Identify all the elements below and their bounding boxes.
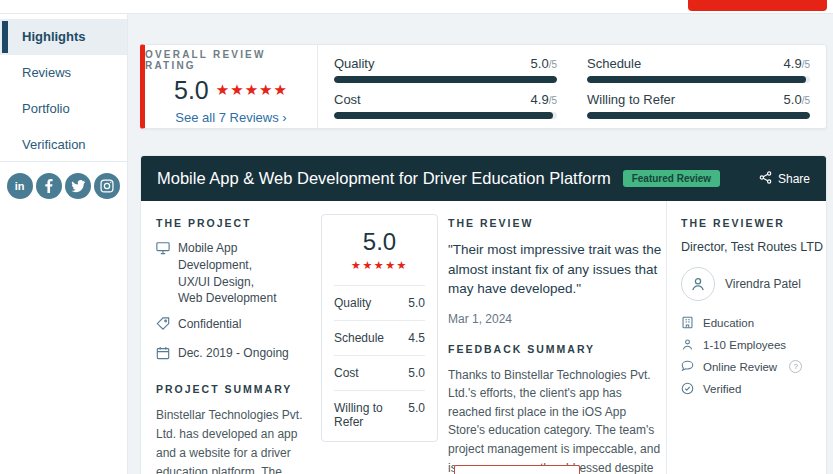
twitter-icon[interactable]: [65, 173, 91, 199]
instagram-icon[interactable]: [94, 173, 120, 199]
metric-bar: [334, 76, 557, 83]
metric-value: 5.0: [531, 56, 549, 71]
featured-review-badge: Featured Review: [623, 170, 720, 187]
rating-row-label: Quality: [334, 296, 371, 310]
rating-row-schedule: Schedule4.5: [334, 320, 425, 355]
project-services-text: Mobile App Development, UX/UI Design, We…: [178, 240, 311, 307]
reviewer-column: THE REVIEWER Director, Test Routes LTD V…: [681, 217, 829, 404]
sidebar-item-label: Reviews: [22, 65, 71, 80]
reviewer-heading: THE REVIEWER: [681, 217, 829, 229]
overall-score: 5.0: [174, 76, 209, 105]
metric-max: /5: [802, 95, 810, 106]
metric-bar: [334, 112, 557, 119]
rating-row-quality: Quality5.0: [334, 285, 425, 320]
reviewer-person: Virendra Patel: [681, 267, 829, 301]
project-heading: THE PROJECT: [156, 217, 311, 229]
top-bar: [0, 0, 833, 14]
sidebar-item-portfolio[interactable]: Portfolio: [0, 91, 127, 127]
project-timeline: Dec. 2019 - Ongoing: [156, 345, 311, 365]
see-all-reviews-link[interactable]: See all 7 Reviews ›: [175, 110, 286, 125]
social-links: in: [0, 161, 127, 210]
star-rating-icons: ★★★★★: [334, 259, 425, 272]
metric-label: Quality: [334, 56, 374, 71]
top-cta-button[interactable]: [688, 0, 827, 11]
employees-icon: [681, 338, 694, 351]
review-rating-box: 5.0 ★★★★★ Quality5.0 Schedule4.5 Cost5.0…: [321, 214, 438, 442]
rating-row-value: 5.0: [408, 296, 425, 310]
metric-value: 5.0: [784, 92, 802, 107]
metric-bar: [587, 112, 810, 119]
review-title: Mobile App & Web Development for Driver …: [157, 169, 611, 188]
services-icon: [156, 241, 170, 307]
read-full-review-button[interactable]: [454, 465, 580, 474]
sidebar-item-reviews[interactable]: Reviews: [0, 55, 127, 91]
star-rating-icons: ★★★★★: [216, 81, 288, 99]
reviewer-review-type-label: Online Review: [703, 361, 777, 373]
overall-rating-summary: OVERALL REVIEW RATING 5.0 ★★★★★ See all …: [145, 45, 317, 128]
metric-max: /5: [549, 59, 557, 70]
sidebar: Highlights Reviews Portfolio Verificatio…: [0, 14, 128, 474]
project-summary-heading: PROJECT SUMMARY: [156, 383, 311, 395]
share-icon: [759, 171, 772, 187]
metric-value: 4.9: [531, 92, 549, 107]
linkedin-icon[interactable]: in: [7, 173, 33, 199]
sidebar-item-highlights[interactable]: Highlights: [0, 19, 127, 55]
reviewer-verified-label: Verified: [703, 383, 741, 395]
divider: [666, 201, 667, 474]
rating-row-label: Schedule: [334, 331, 384, 345]
calendar-icon: [156, 346, 170, 365]
reviewer-verified: Verified: [681, 382, 829, 395]
help-icon[interactable]: ?: [789, 360, 802, 373]
rating-metrics: Quality5.0/5 Schedule4.9/5 Cost4.9/5 Wil…: [318, 45, 826, 128]
metric-label: Willing to Refer: [587, 92, 675, 107]
overall-rating-card: OVERALL REVIEW RATING 5.0 ★★★★★ See all …: [140, 44, 827, 129]
project-budget-text: Confidential: [178, 316, 241, 336]
budget-tag-icon: [156, 317, 170, 336]
share-button[interactable]: Share: [759, 171, 810, 187]
featured-review-card: Mobile App & Web Development for Driver …: [140, 155, 827, 474]
overall-rating-heading: OVERALL REVIEW RATING: [145, 49, 317, 71]
metric-cost: Cost4.9/5: [334, 92, 557, 119]
avatar: [681, 267, 715, 301]
sidebar-item-label: Verification: [22, 137, 86, 152]
sidebar-item-label: Portfolio: [22, 101, 70, 116]
metric-max: /5: [802, 59, 810, 70]
project-budget: Confidential: [156, 316, 311, 336]
review-heading: THE REVIEW: [448, 217, 662, 229]
metric-value: 4.9: [784, 56, 802, 71]
page: Highlights Reviews Portfolio Verificatio…: [0, 0, 833, 474]
rating-row-willing-to-refer: Willing to Refer5.0: [334, 390, 425, 439]
feedback-summary-heading: FEEDBACK SUMMARY: [448, 343, 662, 355]
metric-label: Schedule: [587, 56, 641, 71]
rating-row-label: Willing to Refer: [334, 401, 408, 429]
project-column: THE PROJECT Mobile App Development, UX/U…: [156, 217, 311, 474]
feedback-summary-text: Thanks to Binstellar Technologies Pvt. L…: [448, 366, 662, 474]
sidebar-item-verification[interactable]: Verification: [0, 127, 127, 163]
review-card-header: Mobile App & Web Development for Driver …: [141, 156, 826, 201]
review-column: THE REVIEW "Their most impressive trait …: [448, 217, 662, 474]
review-score: 5.0: [334, 228, 425, 256]
share-label: Share: [778, 172, 810, 186]
rating-row-value: 5.0: [408, 401, 425, 429]
rating-row-label: Cost: [334, 366, 359, 380]
review-quote: "Their most impressive trait was the alm…: [448, 240, 662, 299]
rating-row-value: 5.0: [408, 366, 425, 380]
reviewer-industry: Education: [681, 316, 829, 329]
project-services: Mobile App Development, UX/UI Design, We…: [156, 240, 311, 307]
reviewer-review-type-label: 1-10 Employees: [703, 339, 786, 351]
verified-icon: [681, 382, 694, 395]
sidebar-nav: Highlights Reviews Portfolio Verificatio…: [0, 14, 127, 163]
metric-willing-to-refer: Willing to Refer5.0/5: [587, 92, 810, 119]
metric-label: Cost: [334, 92, 361, 107]
industry-icon: [681, 316, 694, 329]
metric-max: /5: [549, 95, 557, 106]
metric-schedule: Schedule4.9/5: [587, 56, 810, 83]
reviewer-review-type: Online Review ?: [681, 360, 829, 373]
sidebar-item-label: Highlights: [22, 29, 86, 44]
facebook-icon[interactable]: [36, 173, 62, 199]
rating-row-cost: Cost5.0: [334, 355, 425, 390]
reviewer-role: Director, Test Routes LTD: [681, 240, 829, 254]
review-card-body: THE PROJECT Mobile App Development, UX/U…: [141, 201, 826, 474]
metric-quality: Quality5.0/5: [334, 56, 557, 83]
project-timeline-text: Dec. 2019 - Ongoing: [178, 345, 289, 365]
